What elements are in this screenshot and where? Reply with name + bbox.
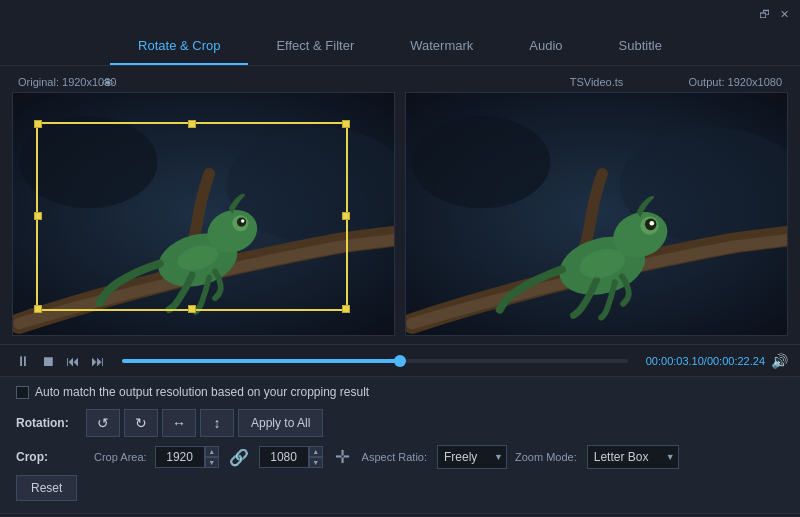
height-input[interactable] <box>259 446 309 468</box>
output-label: Output: 1920x1080 <box>688 76 782 88</box>
prev-frame-button[interactable]: ⏮ <box>62 350 84 372</box>
flip-horizontal-button[interactable]: ↔ <box>162 409 196 437</box>
tab-bar: Rotate & Crop Effect & Filter Watermark … <box>0 28 800 66</box>
original-video-container <box>12 92 395 336</box>
progress-fill <box>122 359 400 363</box>
svg-point-16 <box>650 221 655 226</box>
playback-controls: ⏸ ⏹ ⏮ ⏭ 00:00:03.10/00:00:22.24 🔊 <box>0 344 800 376</box>
output-video-preview <box>406 93 787 335</box>
height-spinners: ▲ ▼ <box>309 446 323 468</box>
auto-match-checkbox[interactable] <box>16 386 29 399</box>
link-dimensions-icon[interactable]: 🔗 <box>229 448 249 467</box>
width-input-group: ▲ ▼ <box>155 446 219 468</box>
time-display: 00:00:03.10/00:00:22.24 <box>646 355 765 367</box>
content-area: Original: 1920x1080 👁 <box>0 66 800 513</box>
next-frame-button[interactable]: ⏭ <box>87 350 109 372</box>
rotate-left-button[interactable]: ↺ <box>86 409 120 437</box>
auto-match-label: Auto match the output resolution based o… <box>35 385 369 399</box>
aspect-ratio-select[interactable]: Freely 4:3 16:9 1:1 <box>437 445 507 469</box>
bottom-bar: OK Cancel <box>0 513 800 517</box>
apply-to-all-button[interactable]: Apply to All <box>238 409 323 437</box>
crop-row: Crop: Crop Area: ▲ ▼ 🔗 ▲ ▼ <box>16 445 784 469</box>
video-panels: Original: 1920x1080 👁 <box>0 66 800 344</box>
zoom-mode-label: Zoom Mode: <box>515 451 577 463</box>
tab-rotate-crop[interactable]: Rotate & Crop <box>110 28 248 65</box>
original-video-preview <box>13 93 394 335</box>
crop-handle-br[interactable] <box>342 305 350 313</box>
svg-point-10 <box>412 116 550 208</box>
auto-match-row: Auto match the output resolution based o… <box>16 385 784 399</box>
zoom-mode-select-wrap: Letter Box Pan & Scan Full ▼ <box>587 445 679 469</box>
play-pause-button[interactable]: ⏸ <box>12 350 34 372</box>
zoom-mode-select[interactable]: Letter Box Pan & Scan Full <box>587 445 679 469</box>
width-up-button[interactable]: ▲ <box>205 446 219 457</box>
crop-overlay[interactable] <box>36 122 348 311</box>
crop-handle-bl[interactable] <box>34 305 42 313</box>
rotate-right-button[interactable]: ↻ <box>124 409 158 437</box>
crop-handle-rm[interactable] <box>342 212 350 220</box>
crop-handle-tm[interactable] <box>188 120 196 128</box>
volume-icon[interactable]: 🔊 <box>771 353 788 369</box>
reset-button[interactable]: Reset <box>16 475 77 501</box>
aspect-ratio-label: Aspect Ratio: <box>362 451 427 463</box>
crop-position-icon[interactable]: ✛ <box>335 446 350 468</box>
tab-subtitle[interactable]: Subtitle <box>591 28 690 65</box>
height-input-group: ▲ ▼ <box>259 446 323 468</box>
crop-handle-bm[interactable] <box>188 305 196 313</box>
crop-handle-tl[interactable] <box>34 120 42 128</box>
aspect-ratio-select-wrap: Freely 4:3 16:9 1:1 ▼ <box>437 445 507 469</box>
tab-effect-filter[interactable]: Effect & Filter <box>248 28 382 65</box>
crop-handle-lm[interactable] <box>34 212 42 220</box>
rotation-label: Rotation: <box>16 416 86 430</box>
tab-watermark[interactable]: Watermark <box>382 28 501 65</box>
flip-vertical-button[interactable]: ↕ <box>200 409 234 437</box>
output-video-container <box>405 92 788 336</box>
progress-bar[interactable] <box>122 359 628 363</box>
width-down-button[interactable]: ▼ <box>205 457 219 468</box>
crop-area-label: Crop Area: <box>94 451 147 463</box>
filename-label: TSVideo.ts <box>570 76 624 88</box>
progress-thumb[interactable] <box>394 355 406 367</box>
eye-icon[interactable]: 👁 <box>102 76 115 91</box>
stop-button[interactable]: ⏹ <box>37 350 59 372</box>
height-up-button[interactable]: ▲ <box>309 446 323 457</box>
tab-audio[interactable]: Audio <box>501 28 590 65</box>
title-bar: 🗗 ✕ <box>0 0 800 28</box>
width-input[interactable] <box>155 446 205 468</box>
height-down-button[interactable]: ▼ <box>309 457 323 468</box>
controls-panel: Auto match the output resolution based o… <box>0 376 800 513</box>
crop-handle-tr[interactable] <box>342 120 350 128</box>
close-button[interactable]: ✕ <box>776 6 792 22</box>
right-video-panel: TSVideo.ts Output: 1920x1080 <box>405 74 788 336</box>
rotation-row: Rotation: ↺ ↻ ↔ ↕ Apply to All <box>16 409 784 437</box>
restore-button[interactable]: 🗗 <box>756 6 772 22</box>
crop-label: Crop: <box>16 450 86 464</box>
width-spinners: ▲ ▼ <box>205 446 219 468</box>
left-video-panel: Original: 1920x1080 👁 <box>12 74 395 336</box>
